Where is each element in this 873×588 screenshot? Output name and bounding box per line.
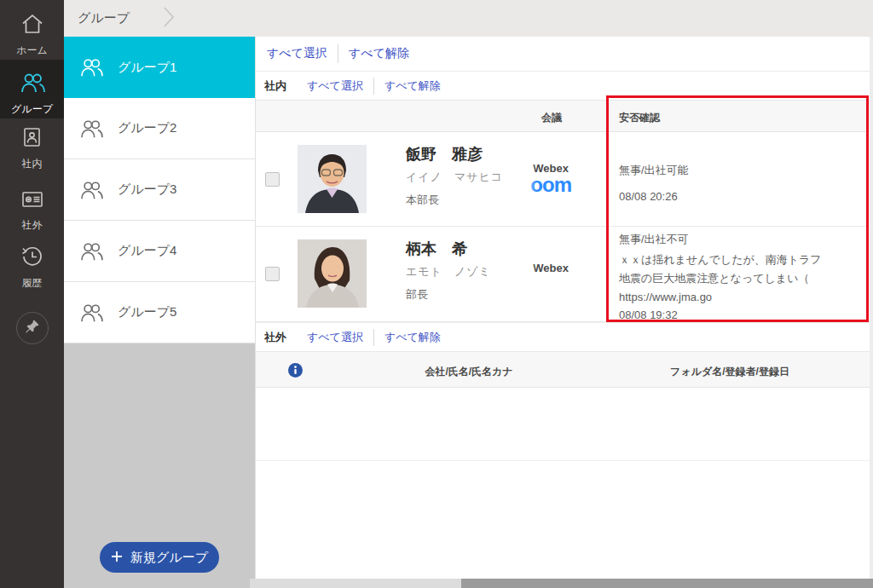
info-icon[interactable] xyxy=(288,363,303,378)
deselect-all-link[interactable]: すべて解除 xyxy=(349,46,409,61)
group-label: グループ3 xyxy=(118,182,176,198)
safety-cell: 無事/出社不可 ｘｘは揺れませんでしたが、南海トラフ 地震の巨大地震注意となって… xyxy=(619,227,864,321)
group-icon xyxy=(78,180,105,200)
safety-status: 無事/出社可能 xyxy=(619,163,689,178)
group-list-panel: グループ1 グループ2 グループ3 グループ4 xyxy=(64,37,255,588)
group-icon xyxy=(78,118,105,139)
webex-logo[interactable]: Webex xyxy=(533,262,569,274)
select-all-link[interactable]: すべて選択 xyxy=(267,46,327,61)
vertical-scrollbar[interactable] xyxy=(870,37,873,579)
divider xyxy=(373,329,374,346)
sidebar-item-external[interactable]: 社外 xyxy=(0,189,64,239)
sidebar-item-internal[interactable]: 社内 xyxy=(0,126,64,176)
column-header-folder: フォルダ名/登録者/登録日 xyxy=(645,365,815,379)
meeting-cell: Webex xyxy=(508,227,576,321)
internal-section-title: 社内 xyxy=(264,78,286,94)
sidebar-item-label: ホーム xyxy=(16,43,48,58)
table-row[interactable]: 柄本 希 エモト ノゾミ 部長 Webex 無事/出社不可 ｘｘは揺れませんでし… xyxy=(256,227,870,322)
group-list-item-5[interactable]: グループ5 xyxy=(64,282,255,343)
safety-timestamp: 08/08 19:32 xyxy=(619,308,678,321)
horizontal-scrollbar-thumb[interactable] xyxy=(461,579,873,588)
group-icon xyxy=(78,57,105,78)
external-empty-row xyxy=(256,388,870,461)
avatar xyxy=(298,239,367,308)
new-group-button-label: 新規グループ xyxy=(130,550,208,566)
external-select-all-link[interactable]: すべて選択 xyxy=(307,330,363,345)
external-table-header: 会社/氏名/氏名カナ フォルダ名/登録者/登録日 xyxy=(256,351,870,388)
group-list-item-4[interactable]: グループ4 xyxy=(64,221,255,282)
breadcrumb[interactable]: グループ xyxy=(78,10,130,26)
row-checkbox[interactable] xyxy=(265,172,280,187)
sidebar-item-history[interactable]: 履歴 xyxy=(0,245,64,295)
external-section-title: 社外 xyxy=(264,330,286,345)
sidebar-item-home[interactable]: ホーム xyxy=(0,10,64,55)
main-content: すべて選択 すべて解除 社内 すべて選択 すべて解除 会議 安否確認 xyxy=(255,37,870,579)
global-select-toolbar: すべて選択 すべて解除 xyxy=(256,37,870,72)
safety-message: ｘｘは揺れませんでしたが、南海トラフ 地震の巨大地震注意となってしまい（ htt… xyxy=(619,251,822,307)
pin-button[interactable] xyxy=(16,312,49,344)
breadcrumb-bar: グループ xyxy=(64,0,873,37)
group-list-item-2[interactable]: グループ2 xyxy=(64,98,255,159)
group-label: グループ1 xyxy=(118,60,176,76)
safety-message-line: 地震の巨大地震注意となってしまい（ xyxy=(619,269,822,288)
group-label: グループ2 xyxy=(118,120,176,136)
person-name: 柄本 希 xyxy=(406,239,467,259)
new-group-button[interactable]: 新規グループ xyxy=(100,542,219,573)
safety-status: 無事/出社不可 xyxy=(619,232,689,247)
sidebar: ホーム グループ 社内 xyxy=(0,0,64,588)
column-header-safety: 安否確認 xyxy=(619,111,660,125)
avatar xyxy=(298,145,367,213)
safety-message-line: ｘｘは揺れませんでしたが、南海トラフ xyxy=(619,251,822,269)
safety-message-line[interactable]: https://www.jma.go xyxy=(619,288,822,307)
sidebar-item-label: 社内 xyxy=(22,157,43,171)
sidebar-item-label: グループ xyxy=(11,102,53,117)
person-title: 部長 xyxy=(406,287,428,303)
divider xyxy=(373,78,374,95)
sidebar-item-groups[interactable]: グループ xyxy=(0,60,64,118)
external-contacts-icon xyxy=(20,189,44,213)
group-list-item-3[interactable]: グループ3 xyxy=(64,159,255,221)
plus-icon xyxy=(111,551,123,565)
column-header-company: 会社/氏名/氏名カナ xyxy=(384,365,554,379)
internal-section-header: 社内 すべて選択 すべて解除 xyxy=(256,72,870,100)
external-section-header: 社外 すべて選択 すべて解除 xyxy=(256,322,870,351)
internal-table-header: 会議 安否確認 xyxy=(256,100,870,132)
group-icon xyxy=(78,241,105,262)
person-title: 本部長 xyxy=(406,193,439,208)
fade-overlay xyxy=(503,132,537,226)
meeting-cell: Webex oom xyxy=(508,132,576,226)
history-icon xyxy=(20,245,43,271)
internal-contacts-icon xyxy=(21,126,43,152)
group-list-item-1[interactable]: グループ1 xyxy=(64,37,255,98)
person-kana: エモト ノゾミ xyxy=(406,264,491,280)
group-icon xyxy=(78,303,105,323)
fade-overlay xyxy=(503,227,537,321)
groups-icon xyxy=(18,72,47,97)
chevron-right-icon xyxy=(162,5,176,32)
sidebar-item-label: 社外 xyxy=(22,218,43,233)
table-row[interactable]: 飯野 雅彦 イイノ マサヒコ 本部長 Webex oom 無事/出社可能 08/… xyxy=(256,132,870,227)
sidebar-item-label: 履歴 xyxy=(22,276,43,291)
divider xyxy=(338,44,338,63)
row-checkbox[interactable] xyxy=(265,267,280,281)
app-window: ホーム グループ 社内 xyxy=(0,0,873,588)
safety-timestamp: 08/08 20:26 xyxy=(619,190,678,203)
safety-cell: 無事/出社可能 08/08 20:26 xyxy=(619,132,864,226)
column-header-meeting: 会議 xyxy=(526,111,577,125)
person-name: 飯野 雅彦 xyxy=(406,144,483,164)
internal-deselect-all-link[interactable]: すべて解除 xyxy=(384,78,441,94)
internal-select-all-link[interactable]: すべて選択 xyxy=(307,78,363,94)
external-deselect-all-link[interactable]: すべて解除 xyxy=(384,330,441,345)
pin-icon xyxy=(25,319,40,337)
group-label: グループ5 xyxy=(118,304,176,320)
home-icon xyxy=(20,13,44,38)
person-kana: イイノ マサヒコ xyxy=(406,170,503,185)
horizontal-scrollbar[interactable] xyxy=(250,579,873,588)
group-label: グループ4 xyxy=(118,243,176,259)
